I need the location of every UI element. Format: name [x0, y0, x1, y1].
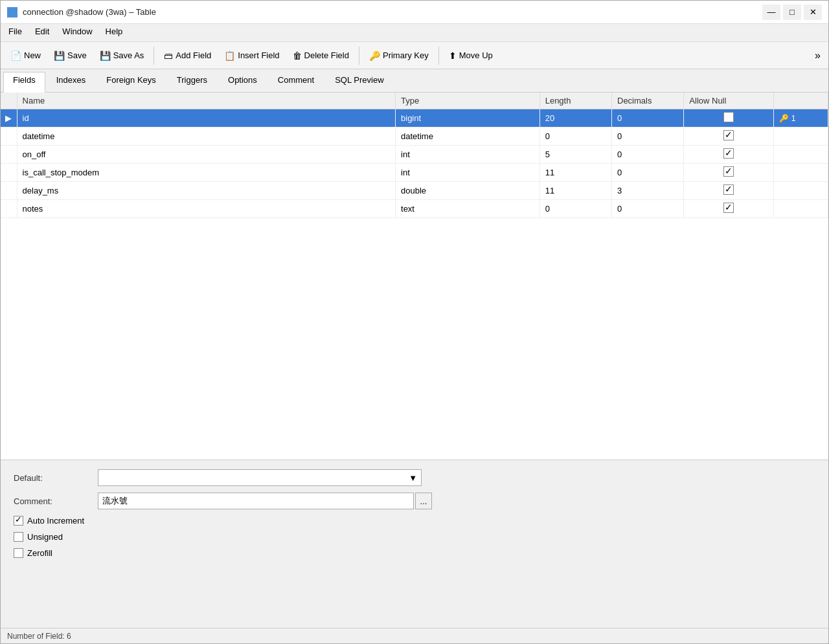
row-extra	[774, 128, 828, 146]
row-length: 11	[539, 182, 611, 200]
row-extra	[774, 146, 828, 164]
row-allownull[interactable]	[684, 146, 774, 164]
row-length: 20	[539, 109, 611, 128]
row-allownull[interactable]	[684, 128, 774, 146]
primary-key-button[interactable]: 🔑 Primary Key	[363, 45, 435, 66]
menu-window[interactable]: Window	[57, 25, 97, 40]
tabs-bar: Fields Indexes Foreign Keys Triggers Opt…	[1, 69, 828, 93]
row-name: notes	[17, 200, 395, 218]
row-decimals: 0	[612, 109, 684, 128]
auto-increment-checkbox[interactable]	[14, 516, 23, 526]
row-decimals: 0	[612, 164, 684, 182]
allownull-checkbox[interactable]	[723, 148, 734, 159]
comment-ellipsis-button[interactable]: ...	[415, 493, 432, 509]
menu-edit[interactable]: Edit	[30, 25, 54, 40]
default-row: Default: ▼	[14, 469, 815, 486]
allownull-checkbox[interactable]	[723, 112, 734, 122]
tab-comment[interactable]: Comment	[268, 72, 324, 92]
fields-table: Name Type Length Decimals Allow Null ▶id…	[1, 93, 828, 218]
zerofill-checkbox[interactable]	[14, 548, 23, 558]
allownull-checkbox[interactable]	[723, 130, 734, 140]
row-extra	[774, 164, 828, 182]
primary-key-label: Primary Key	[383, 50, 429, 60]
content-area: Name Type Length Decimals Allow Null ▶id…	[1, 93, 828, 628]
insert-field-button[interactable]: 📋 Insert Field	[218, 45, 285, 66]
maximize-button[interactable]: □	[783, 5, 801, 20]
row-type: int	[396, 146, 540, 164]
delete-field-label: Delete Field	[304, 50, 349, 60]
col-arrow-header	[1, 93, 17, 109]
default-dropdown-arrow: ▼	[409, 473, 417, 483]
new-button[interactable]: 📄 New	[5, 45, 47, 66]
comment-input[interactable]	[98, 493, 414, 509]
detail-panel: Default: ▼ Comment: ... Auto Increment	[1, 460, 828, 628]
row-allownull[interactable]	[684, 164, 774, 182]
row-allownull[interactable]	[684, 182, 774, 200]
col-length-header: Length	[539, 93, 611, 109]
tab-foreign-keys[interactable]: Foreign Keys	[97, 72, 166, 92]
close-button[interactable]: ✕	[804, 5, 822, 20]
tab-triggers[interactable]: Triggers	[167, 72, 217, 92]
row-extra: 🔑 1	[774, 109, 828, 128]
row-allownull[interactable]	[684, 109, 774, 128]
tab-fields[interactable]: Fields	[3, 72, 45, 93]
move-up-button[interactable]: ⬆ Move Up	[443, 45, 499, 66]
tab-options[interactable]: Options	[218, 72, 267, 92]
tab-indexes[interactable]: Indexes	[47, 72, 96, 92]
col-type-header: Type	[396, 93, 540, 109]
save-icon: 💾	[54, 50, 65, 61]
table-row[interactable]: on_offint50	[1, 146, 828, 164]
row-extra	[774, 200, 828, 218]
new-label: New	[24, 50, 41, 60]
save-button[interactable]: 💾 Save	[48, 45, 93, 66]
default-input[interactable]: ▼	[98, 469, 422, 486]
zerofill-row: Zerofill	[14, 548, 815, 558]
minimize-button[interactable]: —	[762, 5, 780, 20]
toolbar-sep-1	[153, 47, 154, 65]
row-type: int	[396, 164, 540, 182]
row-decimals: 0	[612, 200, 684, 218]
tab-sql-preview[interactable]: SQL Preview	[325, 72, 393, 92]
table-row[interactable]: ▶idbigint200🔑 1	[1, 109, 828, 128]
unsigned-row: Unsigned	[14, 532, 815, 542]
allownull-checkbox[interactable]	[723, 203, 734, 213]
toolbar-sep-2	[359, 47, 359, 65]
delete-field-button[interactable]: 🗑 Delete Field	[287, 45, 355, 66]
add-field-button[interactable]: 🗃 Add Field	[158, 45, 217, 66]
add-field-label: Add Field	[176, 50, 211, 60]
table-icon	[7, 7, 17, 17]
title-controls: — □ ✕	[762, 5, 822, 20]
save-label: Save	[67, 50, 87, 60]
move-up-label: Move Up	[459, 50, 493, 60]
menu-file[interactable]: File	[3, 25, 27, 40]
delete-field-icon: 🗑	[293, 50, 302, 61]
table-row[interactable]: notestext00	[1, 200, 828, 218]
table-row[interactable]: is_call_stop_modemint110	[1, 164, 828, 182]
row-allownull[interactable]	[684, 200, 774, 218]
toolbar-overflow[interactable]: »	[811, 49, 824, 63]
save-as-button[interactable]: 💾 Save As	[94, 45, 150, 66]
row-arrow	[1, 146, 17, 164]
unsigned-checkbox[interactable]	[14, 532, 23, 542]
col-decimals-header: Decimals	[612, 93, 684, 109]
row-type: datetime	[396, 128, 540, 146]
row-decimals: 3	[612, 182, 684, 200]
table-row[interactable]: datetimedatetime00	[1, 128, 828, 146]
new-icon: 📄	[10, 50, 21, 61]
menu-help[interactable]: Help	[100, 25, 128, 40]
row-length: 5	[539, 146, 611, 164]
row-name: datetime	[17, 128, 395, 146]
save-as-icon: 💾	[100, 50, 111, 61]
allownull-checkbox[interactable]	[723, 184, 734, 195]
comment-label: Comment:	[14, 496, 98, 506]
move-up-icon: ⬆	[449, 50, 457, 61]
save-as-label: Save As	[113, 50, 144, 60]
allownull-checkbox[interactable]	[723, 166, 734, 177]
toolbar: 📄 New 💾 Save 💾 Save As 🗃 Add Field 📋 Ins…	[1, 42, 828, 69]
auto-increment-label: Auto Increment	[27, 516, 84, 526]
col-name-header: Name	[17, 93, 395, 109]
row-name: on_off	[17, 146, 395, 164]
insert-field-icon: 📋	[224, 50, 235, 61]
insert-field-label: Insert Field	[238, 50, 279, 60]
table-row[interactable]: delay_msdouble113	[1, 182, 828, 200]
